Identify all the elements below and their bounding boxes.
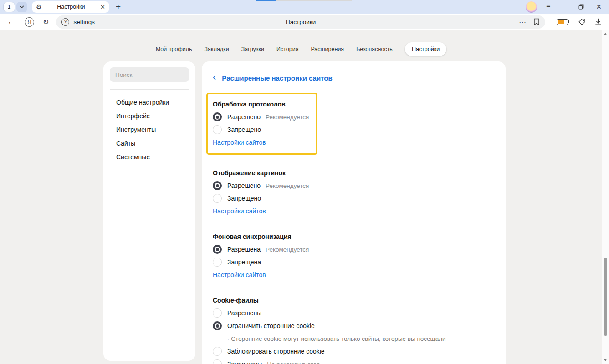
option-label: Разрешены [227, 309, 261, 317]
option-note: Рекомендуется [266, 114, 309, 121]
profile-avatar[interactable] [526, 1, 537, 13]
option-label: Разрешено [227, 113, 261, 121]
nav-tab-5[interactable]: Безопасность [356, 46, 393, 52]
browser-toolbar: ← Я ↻ Y settings Настройки ⋯ [0, 14, 609, 30]
settings-section-2: Фоновая синхронизацияРазрешенаРекомендуе… [213, 230, 491, 281]
radio-option[interactable]: Заблокировать сторонние cookie [213, 345, 491, 358]
restore-window-icon [578, 4, 584, 10]
radio-unselected-icon[interactable] [213, 258, 222, 267]
address-bar[interactable]: Y settings Настройки ⋯ [56, 15, 545, 29]
section-title: Cookie-файлы [213, 294, 491, 307]
radio-unselected-icon[interactable] [213, 359, 222, 364]
gear-icon: ⚙ [36, 4, 42, 10]
sidebar-item-2[interactable]: Инструменты [116, 119, 189, 133]
option-note: Не рекомендуется [267, 361, 319, 364]
new-tab-button[interactable]: + [116, 2, 121, 12]
settings-main-panel: ‹ Расширенные настройки сайтов Обработка… [202, 61, 506, 364]
scroll-down-arrow[interactable] [604, 359, 607, 361]
sidebar-item-1[interactable]: Интерфейс [116, 106, 189, 119]
chevron-down-icon [20, 5, 24, 8]
settings-section-0: Обработка протоколовРазрешеноРекомендует… [206, 93, 317, 155]
radio-option[interactable]: Запрещено [213, 192, 491, 205]
radio-unselected-icon[interactable] [213, 125, 222, 134]
radio-selected-icon[interactable] [213, 112, 222, 121]
window-minimize-button[interactable] [561, 7, 567, 7]
settings-sidebar: Общие настройкиИнтерфейсИнструментыСайты… [103, 61, 195, 361]
reload-button[interactable]: ↻ [43, 18, 49, 26]
address-bar-page-title: Настройки [56, 19, 545, 25]
window-maximize-button[interactable] [578, 4, 584, 10]
sidebar-item-0[interactable]: Общие настройки [116, 92, 189, 106]
window-close-button[interactable]: ✕ [596, 3, 602, 11]
back-button[interactable]: ← [7, 17, 15, 26]
tab-strip: 1 ⚙ Настройки ✕ + ≡ ✕ [0, 0, 609, 14]
radio-option[interactable]: Запрещено [213, 123, 309, 136]
nav-tab-1[interactable]: Закладки [205, 46, 229, 52]
radio-selected-icon[interactable] [213, 321, 222, 330]
site-settings-link[interactable]: Настройки сайтов [213, 207, 266, 215]
radio-selected-icon[interactable] [213, 181, 222, 190]
settings-sections: Обработка протоколовРазрешеноРекомендует… [213, 93, 491, 364]
scroll-up-arrow[interactable] [604, 33, 607, 35]
tab-list-dropdown-button[interactable] [16, 2, 27, 12]
nav-tab-3[interactable]: История [276, 46, 298, 52]
radio-option[interactable]: РазрешенаРекомендуется [213, 243, 491, 256]
sidebar-item-4[interactable]: Системные [116, 147, 189, 160]
radio-option[interactable]: Разрешены [213, 307, 491, 319]
option-label: Запрещено [227, 195, 261, 202]
tab-title: Настройки [42, 4, 101, 10]
site-settings-link[interactable]: Настройки сайтов [213, 139, 266, 146]
option-label: Заблокировать сторонние cookie [227, 348, 325, 355]
scrollbar-thumb[interactable] [604, 258, 607, 336]
tab-counter-button[interactable]: 1 [3, 2, 15, 12]
option-label: Запрещена [227, 258, 261, 266]
settings-section-1: Отображение картинокРазрешеноРекомендует… [213, 167, 491, 217]
collections-tag-icon [578, 18, 586, 26]
option-description: · Сторонние cookie могут использовать то… [213, 332, 491, 345]
option-note: Рекомендуется [266, 246, 309, 253]
battery-icon[interactable] [557, 19, 568, 25]
radio-unselected-icon[interactable] [213, 194, 222, 203]
nav-tab-4[interactable]: Расширения [311, 46, 344, 52]
battery-level [558, 20, 564, 24]
site-icon[interactable]: Y [61, 18, 69, 26]
downloads-button[interactable] [595, 18, 602, 25]
nav-tab-0[interactable]: Мой профиль [156, 46, 192, 52]
settings-section-3: Cookie-файлыРазрешеныОграничить сторонни… [213, 294, 491, 364]
radio-option[interactable]: Ограничить сторонние cookie [213, 319, 491, 332]
radio-option[interactable]: Запрещена [213, 256, 491, 268]
loading-bar-track [276, 0, 352, 1]
collections-button[interactable] [578, 18, 586, 26]
nav-tab-2[interactable]: Загрузки [241, 46, 264, 52]
header-divider [213, 89, 491, 89]
option-note: Рекомендуется [266, 182, 309, 189]
more-actions-icon[interactable]: ⋯ [519, 18, 527, 26]
radio-option[interactable]: РазрешеноРекомендуется [213, 111, 309, 123]
settings-page: Мой профильЗакладкиЗагрузкиИсторияРасшир… [0, 30, 609, 364]
radio-unselected-icon[interactable] [213, 308, 222, 318]
sidebar-item-3[interactable]: Сайты [116, 133, 189, 147]
browser-tab-settings[interactable]: ⚙ Настройки ✕ [32, 1, 109, 13]
option-label: Запрещено [227, 126, 261, 133]
bookmark-icon[interactable] [533, 18, 540, 26]
hamburger-menu-icon[interactable]: ≡ [546, 3, 550, 11]
option-label: Разрешена [227, 246, 261, 253]
option-label: Разрешено [227, 182, 261, 189]
site-settings-link[interactable]: Настройки сайтов [213, 271, 266, 278]
url-text[interactable]: settings [73, 19, 95, 25]
nav-tab-6[interactable]: Настройки [405, 42, 446, 56]
scrollbar[interactable] [602, 30, 609, 364]
page-title[interactable]: Расширенные настройки сайтов [222, 74, 332, 82]
back-chevron-icon[interactable]: ‹ [213, 72, 216, 82]
option-label: Запрещены [227, 360, 262, 364]
section-title: Отображение картинок [213, 167, 491, 179]
sidebar-items: Общие настройкиИнтерфейсИнструментыСайты… [110, 90, 189, 160]
radio-option[interactable]: ЗапрещеныНе рекомендуется [213, 358, 491, 364]
yandex-logo-icon[interactable]: Я [25, 17, 34, 27]
search-input[interactable] [110, 67, 189, 82]
radio-option[interactable]: РазрешеноРекомендуется [213, 179, 491, 192]
download-icon [595, 18, 602, 25]
close-tab-icon[interactable]: ✕ [100, 4, 105, 10]
radio-unselected-icon[interactable] [213, 347, 222, 356]
radio-selected-icon[interactable] [213, 245, 222, 254]
